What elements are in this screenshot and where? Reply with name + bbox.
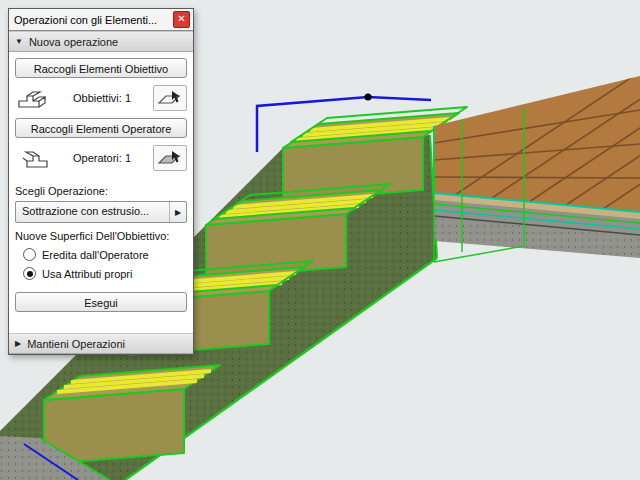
- radio-own-attributes[interactable]: Usa Attributi propri: [15, 267, 187, 280]
- choose-operation-label: Scegli Operazione:: [15, 185, 187, 197]
- floor-slab[interactable]: [434, 35, 640, 258]
- pick-operator-button[interactable]: [153, 145, 187, 171]
- close-button[interactable]: ✕: [173, 11, 190, 28]
- collect-operator-elements-button[interactable]: Raccogli Elementi Operatore: [15, 118, 187, 138]
- pick-operator-icon: [157, 149, 183, 167]
- section-label-new-operation: Nuova operazione: [29, 36, 118, 48]
- pick-target-icon: [157, 89, 183, 107]
- application-window: Operazioni con gli Elementi... ✕ ▼ Nuova…: [0, 0, 640, 480]
- radio-circle-icon: [23, 248, 36, 261]
- palette-content: Raccogli Elementi Obiettivo Obbiettivi: …: [9, 52, 193, 333]
- expander-right-icon: ▶: [15, 339, 21, 348]
- targets-counter-row: Obbiettivi: 1: [15, 84, 187, 112]
- palette-spacer: [15, 312, 187, 333]
- targets-count-label: Obbiettivi: 1: [51, 92, 153, 104]
- pick-target-button[interactable]: [153, 85, 187, 111]
- operation-selected-value: Sottrazione con estrusio...: [16, 202, 169, 222]
- radio-own-label: Usa Attributi propri: [42, 268, 132, 280]
- expander-down-icon: ▼: [15, 37, 23, 46]
- new-surfaces-label: Nuove Superfici Dell'Obbiettivo:: [15, 230, 187, 242]
- solid-operations-palette: Operazioni con gli Elementi... ✕ ▼ Nuova…: [8, 8, 194, 355]
- selection-handle-dot[interactable]: [364, 93, 371, 100]
- palette-title-bar[interactable]: Operazioni con gli Elementi... ✕: [9, 9, 193, 31]
- radio-inherit-operator[interactable]: Eredita dall'Operatore: [15, 248, 187, 261]
- palette-title: Operazioni con gli Elementi...: [14, 14, 169, 26]
- operator-elements-icon: [15, 145, 51, 171]
- section-header-new-operation[interactable]: ▼ Nuova operazione: [9, 31, 193, 52]
- section-label-keep-operations: Mantieni Operazioni: [27, 338, 125, 350]
- slab-tile-surface[interactable]: [434, 76, 640, 212]
- radio-inherit-label: Eredita dall'Operatore: [42, 249, 149, 261]
- execute-button[interactable]: Esegui: [15, 292, 187, 312]
- operators-counter-row: Operatori: 1: [15, 144, 187, 172]
- section-header-keep-operations[interactable]: ▶ Mantieni Operazioni: [9, 333, 193, 354]
- radio-circle-icon: [23, 267, 36, 280]
- target-elements-icon: [15, 85, 51, 111]
- operation-dropdown[interactable]: Sottrazione con estrusio... ▶: [15, 201, 187, 223]
- close-icon: ✕: [177, 13, 185, 24]
- dropdown-arrow-icon: ▶: [169, 202, 186, 222]
- operators-count-label: Operatori: 1: [51, 152, 153, 164]
- collect-target-elements-button[interactable]: Raccogli Elementi Obiettivo: [15, 58, 187, 78]
